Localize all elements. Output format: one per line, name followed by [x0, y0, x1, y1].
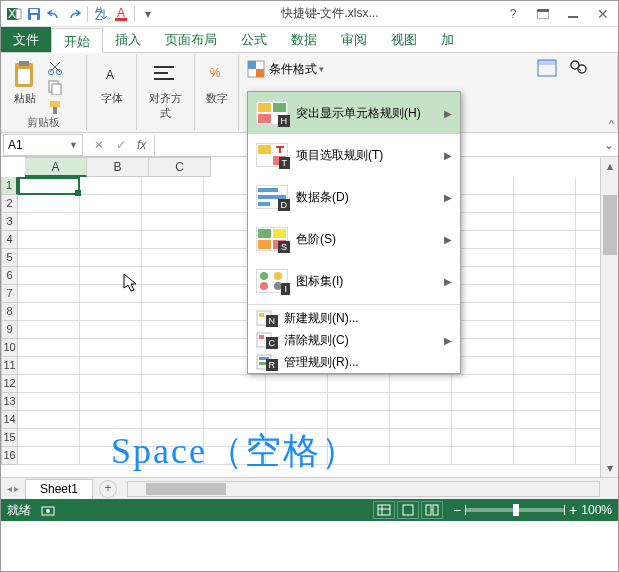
cell[interactable] — [142, 195, 204, 213]
cell[interactable] — [514, 357, 576, 375]
expand-formula-bar-icon[interactable]: ⌄ — [600, 138, 618, 152]
cell[interactable] — [390, 429, 452, 447]
tab-view[interactable]: 视图 — [379, 27, 429, 52]
cell[interactable] — [80, 375, 142, 393]
cancel-formula-icon[interactable]: ✕ — [89, 135, 109, 155]
view-normal-icon[interactable] — [373, 501, 395, 519]
cell[interactable] — [328, 447, 390, 465]
cell[interactable] — [142, 357, 204, 375]
row-header[interactable]: 9 — [1, 321, 18, 339]
cut-icon[interactable] — [47, 59, 65, 77]
cell[interactable] — [514, 231, 576, 249]
cell[interactable] — [514, 339, 576, 357]
cell[interactable] — [452, 195, 514, 213]
fx-icon[interactable]: fx — [133, 138, 150, 152]
col-header-c[interactable]: C — [149, 157, 211, 177]
cell[interactable] — [18, 231, 80, 249]
ribbon-display-icon[interactable] — [532, 4, 554, 24]
cell[interactable] — [142, 411, 204, 429]
cell[interactable] — [142, 429, 204, 447]
cell[interactable] — [142, 321, 204, 339]
cell[interactable] — [204, 447, 266, 465]
cell[interactable] — [18, 375, 80, 393]
find-icon[interactable] — [569, 59, 587, 77]
cell[interactable] — [142, 447, 204, 465]
cell[interactable] — [18, 447, 80, 465]
sort-icon[interactable]: AZ — [92, 5, 110, 23]
cell[interactable] — [266, 393, 328, 411]
row-header[interactable]: 11 — [1, 357, 18, 375]
row-header[interactable]: 14 — [1, 411, 18, 429]
cell[interactable] — [390, 393, 452, 411]
cell[interactable] — [18, 411, 80, 429]
cell[interactable] — [452, 429, 514, 447]
cell[interactable] — [514, 447, 576, 465]
copy-icon[interactable] — [47, 79, 65, 97]
cell[interactable] — [266, 411, 328, 429]
cell[interactable] — [18, 339, 80, 357]
cell[interactable] — [390, 375, 452, 393]
paste-button[interactable]: 粘贴 — [5, 57, 45, 119]
cell[interactable] — [452, 285, 514, 303]
cell[interactable] — [452, 303, 514, 321]
row-header[interactable]: 13 — [1, 393, 18, 411]
cell[interactable] — [142, 231, 204, 249]
dd-highlight-rules[interactable]: H 突出显示单元格规则(H)▶ — [248, 92, 460, 134]
cell[interactable] — [18, 195, 80, 213]
cell[interactable] — [390, 411, 452, 429]
cell[interactable] — [514, 303, 576, 321]
cell[interactable] — [80, 231, 142, 249]
cell[interactable] — [80, 285, 142, 303]
sheet-tab-1[interactable]: Sheet1 — [25, 479, 93, 499]
font-button[interactable]: A 字体 — [91, 57, 132, 108]
cell[interactable] — [514, 321, 576, 339]
cell[interactable] — [452, 375, 514, 393]
row-header[interactable]: 15 — [1, 429, 18, 447]
cell[interactable] — [514, 213, 576, 231]
row-header[interactable]: 1 — [1, 177, 18, 195]
enter-formula-icon[interactable]: ✓ — [111, 135, 131, 155]
view-page-layout-icon[interactable] — [397, 501, 419, 519]
row-header[interactable]: 12 — [1, 375, 18, 393]
cell[interactable] — [328, 393, 390, 411]
cell[interactable] — [452, 267, 514, 285]
zoom-out-button[interactable]: − — [453, 502, 461, 518]
dd-color-scales[interactable]: S 色阶(S)▶ — [248, 218, 460, 260]
tab-review[interactable]: 审阅 — [329, 27, 379, 52]
tab-file[interactable]: 文件 — [1, 27, 51, 52]
cell[interactable] — [204, 411, 266, 429]
cell[interactable] — [18, 393, 80, 411]
macro-record-icon[interactable] — [41, 503, 55, 517]
cell[interactable] — [390, 447, 452, 465]
cell[interactable] — [142, 249, 204, 267]
cell[interactable] — [328, 375, 390, 393]
cell[interactable] — [18, 285, 80, 303]
cell[interactable] — [80, 393, 142, 411]
row-header[interactable]: 16 — [1, 447, 18, 465]
cell[interactable] — [452, 393, 514, 411]
cell[interactable] — [514, 195, 576, 213]
cell[interactable] — [18, 249, 80, 267]
horizontal-scrollbar[interactable] — [127, 481, 600, 497]
cell[interactable] — [80, 411, 142, 429]
vertical-scrollbar[interactable]: ▴ ▾ — [600, 157, 618, 477]
dd-new-rule[interactable]: N 新建规则(N)... — [248, 307, 460, 329]
cell[interactable] — [452, 231, 514, 249]
cell[interactable] — [18, 321, 80, 339]
cell[interactable] — [452, 447, 514, 465]
help-icon[interactable]: ? — [502, 4, 524, 24]
cell[interactable] — [328, 411, 390, 429]
cell[interactable] — [514, 393, 576, 411]
excel-icon[interactable]: X — [5, 5, 23, 23]
row-header[interactable]: 5 — [1, 249, 18, 267]
number-button[interactable]: % 数字 — [199, 57, 234, 108]
cell[interactable] — [142, 339, 204, 357]
row-header[interactable]: 7 — [1, 285, 18, 303]
row-header[interactable]: 6 — [1, 267, 18, 285]
zoom-in-button[interactable]: + — [569, 502, 577, 518]
cell[interactable] — [142, 267, 204, 285]
add-sheet-button[interactable]: + — [99, 480, 117, 498]
collapse-ribbon-icon[interactable]: ^ — [609, 118, 614, 130]
cell[interactable] — [18, 303, 80, 321]
minimize-icon[interactable] — [562, 4, 584, 24]
